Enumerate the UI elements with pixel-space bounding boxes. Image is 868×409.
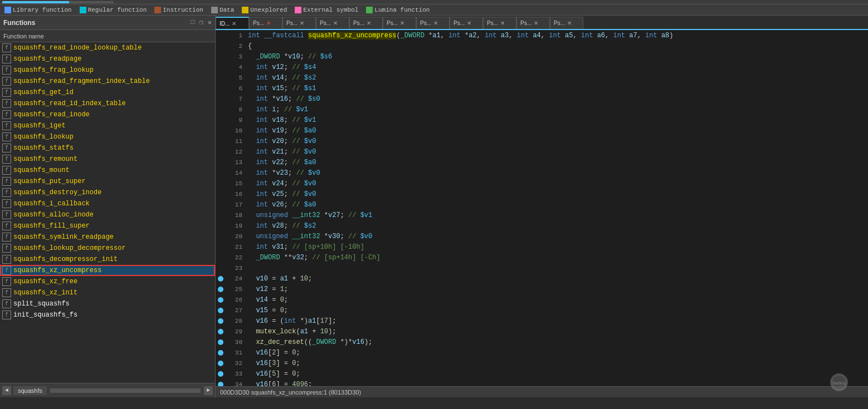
breakpoint-dot xyxy=(218,43,223,49)
tab-close-button[interactable]: ✕ xyxy=(367,20,371,26)
function-name-label: squashfs_decompressor_init xyxy=(13,255,118,263)
function-list-item[interactable]: fsquashfs_fill_super xyxy=(0,220,215,231)
breakpoint-dot[interactable] xyxy=(218,318,223,324)
code-tab-5[interactable]: Ps...✕ xyxy=(383,17,416,29)
breakpoint-dot[interactable] xyxy=(218,371,223,377)
function-list-item[interactable]: fsquashfs_readpage xyxy=(0,53,215,65)
function-list[interactable]: fsquashfs_read_inode_lookup_tablefsquash… xyxy=(0,42,215,383)
tab-close-button[interactable]: ✕ xyxy=(534,20,538,26)
code-tab-2[interactable]: Ps...✕ xyxy=(282,17,316,29)
code-line: 15 int v24; // $v0 xyxy=(216,178,868,189)
function-list-item[interactable]: fsquashfs_destroy_inode xyxy=(0,187,215,198)
tabs-bar: ID...✕Ps...✕Ps...✕Ps...✕Ps...✕Ps...✕Ps..… xyxy=(216,16,868,30)
function-list-item[interactable]: fsquashfs_lookup xyxy=(0,131,215,142)
function-list-item[interactable]: fsquashfs_decompressor_init xyxy=(0,254,215,265)
function-type-icon: f xyxy=(2,266,11,275)
tab-close-button[interactable]: ✕ xyxy=(433,20,438,26)
code-tab-0[interactable]: ID...✕ xyxy=(216,17,249,29)
function-type-icon: f xyxy=(2,110,11,119)
legend-instruction: Instruction xyxy=(154,7,203,13)
legend-lumina-function-icon xyxy=(366,7,373,13)
code-tab-6[interactable]: Ps...✕ xyxy=(416,17,450,29)
function-list-item[interactable]: fsquashfs_put_super xyxy=(0,176,215,187)
tab-close-button[interactable]: ✕ xyxy=(232,21,236,27)
code-line: 9 int v18; // $v1 xyxy=(216,115,868,125)
line-content: _DWORD *v10; // $s6 xyxy=(248,53,332,61)
functions-panel-title: Functions xyxy=(3,19,35,27)
breakpoint-dot[interactable] xyxy=(218,350,223,356)
code-tab-1[interactable]: Ps...✕ xyxy=(249,17,282,29)
tab-close-button[interactable]: ✕ xyxy=(300,20,304,26)
scroll-left-button[interactable]: ◄ xyxy=(2,386,11,395)
function-list-item[interactable]: fsquashfs_xz_free xyxy=(0,276,215,287)
function-list-item[interactable]: fsquashfs_read_id_index_table xyxy=(0,98,215,109)
tab-close-button[interactable]: ✕ xyxy=(567,20,572,26)
breakpoint-dot[interactable] xyxy=(218,382,223,387)
tab-close-button[interactable]: ✕ xyxy=(333,20,338,26)
function-list-item[interactable]: fsquashfs_lookup_decompressor xyxy=(0,243,215,254)
function-name-label: squashfs_frag_lookup xyxy=(13,66,94,74)
breakpoint-dot xyxy=(218,244,223,250)
horizontal-scrollbar[interactable] xyxy=(50,388,201,393)
legend-unexplored-label: Unexplored xyxy=(250,7,287,13)
restore-icon[interactable]: ❐ xyxy=(199,18,203,27)
breakpoint-dot[interactable] xyxy=(218,361,223,366)
tab-close-button[interactable]: ✕ xyxy=(500,20,505,26)
function-list-item[interactable]: fsplit_squashfs xyxy=(0,298,215,309)
close-icon[interactable]: ✕ xyxy=(208,18,212,27)
code-line: 19 int v28; // $s2 xyxy=(216,220,868,231)
code-line: 26 v14 = 0; xyxy=(216,294,868,305)
code-tab-9[interactable]: Ps...✕ xyxy=(516,17,550,29)
code-line: 13 int v22; // $a0 xyxy=(216,157,868,167)
code-tab-3[interactable]: Ps...✕ xyxy=(316,17,349,29)
code-tab-4[interactable]: Ps...✕ xyxy=(349,17,383,29)
breakpoint-dot xyxy=(218,149,223,155)
line-content: v12 = 1; xyxy=(248,285,288,293)
scroll-right-button[interactable]: ► xyxy=(204,386,213,395)
code-line: 34 v16[6] = 4096; xyxy=(216,379,868,386)
function-list-item[interactable]: fsquashfs_i_callback xyxy=(0,198,215,209)
tab-label: ID... xyxy=(220,21,230,27)
code-tab-8[interactable]: Ps...✕ xyxy=(483,17,516,29)
function-list-item[interactable]: fsquashfs_xz_init xyxy=(0,287,215,298)
function-list-item[interactable]: finit_squashfs_fs xyxy=(0,309,215,321)
breakpoint-dot[interactable] xyxy=(218,339,223,345)
functions-panel: Functions □ ❐ ✕ Function name fsquashfs_… xyxy=(0,16,216,397)
function-type-icon: f xyxy=(2,43,11,52)
line-content: xz_dec_reset((_DWORD *)*v16); xyxy=(248,338,372,346)
line-content: int v25; // $v0 xyxy=(248,190,316,198)
line-content: int *v23; // $v0 xyxy=(248,169,320,177)
function-list-item[interactable]: fsquashfs_frag_lookup xyxy=(0,65,215,76)
line-content: unsigned __int32 *v30; // $v0 xyxy=(248,233,372,240)
function-list-item[interactable]: fsquashfs_read_inode xyxy=(0,109,215,120)
code-line: 20 unsigned __int32 *v30; // $v0 xyxy=(216,231,868,242)
tab-label: Ps... xyxy=(420,20,431,26)
legend-bar: Library function Regular function Instru… xyxy=(0,4,868,16)
tab-close-button[interactable]: ✕ xyxy=(400,20,404,26)
function-list-item[interactable]: fsquashfs_remount xyxy=(0,154,215,165)
function-list-item[interactable]: fsquashfs_statfs xyxy=(0,142,215,154)
function-list-item[interactable]: fsquashfs_mount xyxy=(0,165,215,176)
code-area[interactable]: 1int __fastcall squashfs_xz_uncompress(_… xyxy=(216,30,868,386)
breakpoint-dot[interactable] xyxy=(218,287,223,292)
tab-close-button[interactable]: ✕ xyxy=(467,20,471,26)
breakpoint-dot[interactable] xyxy=(218,308,223,313)
breakpoint-dot[interactable] xyxy=(218,297,223,303)
function-list-item[interactable]: fsquashfs_alloc_inode xyxy=(0,209,215,220)
tab-label: Ps... xyxy=(453,20,465,26)
tab-close-button[interactable]: ✕ xyxy=(266,20,271,26)
current-tab-label[interactable]: squashfs xyxy=(13,386,47,395)
function-list-item[interactable]: fsquashfs_xz_uncompress xyxy=(0,265,215,276)
seebug-circle-icon: Seebug xyxy=(830,373,848,391)
breakpoint-dot xyxy=(218,54,223,60)
breakpoint-dot[interactable] xyxy=(218,276,223,282)
breakpoint-dot[interactable] xyxy=(218,329,223,334)
code-tab-10[interactable]: Ps...✕ xyxy=(550,17,583,29)
function-list-item[interactable]: fsquashfs_get_id xyxy=(0,87,215,98)
function-list-item[interactable]: fsquashfs_iget xyxy=(0,120,215,131)
function-list-item[interactable]: fsquashfs_read_fragment_index_table xyxy=(0,76,215,87)
function-list-item[interactable]: fsquashfs_read_inode_lookup_table xyxy=(0,42,215,53)
code-tab-7[interactable]: Ps...✕ xyxy=(450,17,483,29)
maximize-icon[interactable]: □ xyxy=(191,18,194,27)
function-list-item[interactable]: fsquashfs_symlink_readpage xyxy=(0,231,215,243)
